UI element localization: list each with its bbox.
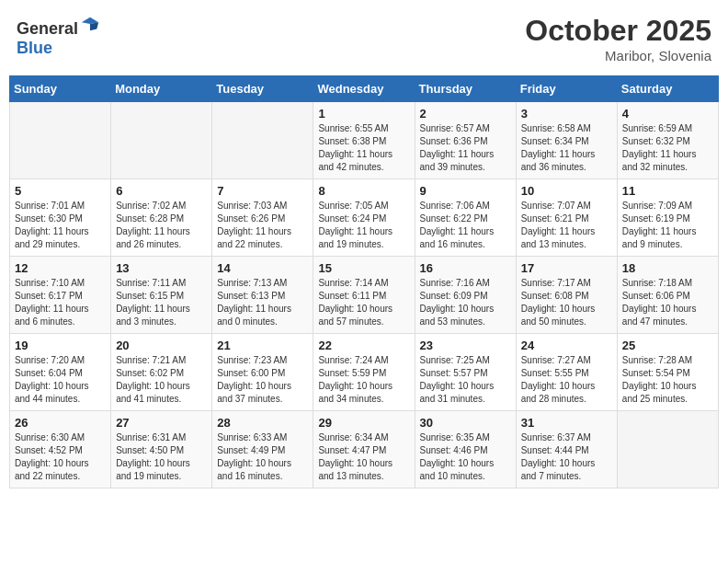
calendar-cell	[617, 411, 718, 488]
calendar-cell	[10, 102, 111, 179]
day-number: 22	[318, 339, 409, 352]
logo-bird-icon	[80, 14, 100, 34]
day-info: Sunrise: 7:14 AM Sunset: 6:11 PM Dayligh…	[318, 277, 409, 328]
day-number: 5	[15, 184, 106, 198]
calendar-cell: 10Sunrise: 7:07 AM Sunset: 6:21 PM Dayli…	[516, 179, 617, 257]
calendar-cell: 9Sunrise: 7:06 AM Sunset: 6:22 PM Daylig…	[415, 179, 516, 257]
day-info: Sunrise: 7:02 AM Sunset: 6:28 PM Dayligh…	[116, 200, 207, 251]
weekday-header-thursday: Thursday	[415, 76, 516, 102]
week-row-2: 5Sunrise: 7:01 AM Sunset: 6:30 PM Daylig…	[10, 179, 719, 257]
calendar-cell: 13Sunrise: 7:11 AM Sunset: 6:15 PM Dayli…	[111, 257, 212, 334]
day-number: 16	[420, 261, 511, 275]
calendar-table: SundayMondayTuesdayWednesdayThursdayFrid…	[9, 75, 719, 488]
weekday-header-friday: Friday	[516, 76, 617, 102]
day-info: Sunrise: 6:59 AM Sunset: 6:32 PM Dayligh…	[622, 122, 713, 174]
calendar-cell: 7Sunrise: 7:03 AM Sunset: 6:26 PM Daylig…	[212, 179, 313, 257]
day-info: Sunrise: 7:06 AM Sunset: 6:22 PM Dayligh…	[420, 200, 511, 251]
day-number: 12	[15, 261, 106, 275]
day-number: 29	[318, 416, 409, 430]
calendar-cell: 5Sunrise: 7:01 AM Sunset: 6:30 PM Daylig…	[10, 179, 111, 257]
day-number: 4	[622, 107, 713, 121]
day-number: 11	[622, 184, 713, 198]
title-block: October 2025 Maribor, Slovenia	[525, 14, 711, 63]
calendar-cell: 20Sunrise: 7:21 AM Sunset: 6:02 PM Dayli…	[111, 334, 212, 411]
calendar-cell: 24Sunrise: 7:27 AM Sunset: 5:55 PM Dayli…	[516, 334, 617, 411]
calendar-cell: 14Sunrise: 7:13 AM Sunset: 6:13 PM Dayli…	[212, 257, 313, 334]
weekday-header-monday: Monday	[111, 76, 212, 102]
day-number: 9	[420, 184, 511, 198]
day-info: Sunrise: 7:10 AM Sunset: 6:17 PM Dayligh…	[15, 277, 106, 328]
day-number: 20	[116, 339, 207, 352]
day-info: Sunrise: 7:24 AM Sunset: 5:59 PM Dayligh…	[318, 354, 409, 406]
day-info: Sunrise: 7:16 AM Sunset: 6:09 PM Dayligh…	[420, 277, 511, 328]
month-title: October 2025	[525, 14, 711, 48]
day-number: 1	[318, 107, 409, 121]
calendar-cell: 21Sunrise: 7:23 AM Sunset: 6:00 PM Dayli…	[212, 334, 313, 411]
page-header: General Blue October 2025 Maribor, Slove…	[9, 9, 719, 68]
day-number: 6	[116, 184, 207, 198]
day-number: 19	[15, 339, 106, 352]
calendar-cell: 2Sunrise: 6:57 AM Sunset: 6:36 PM Daylig…	[415, 102, 516, 179]
day-info: Sunrise: 7:01 AM Sunset: 6:30 PM Dayligh…	[15, 200, 106, 251]
weekday-header-wednesday: Wednesday	[313, 76, 415, 102]
calendar-cell	[212, 102, 313, 179]
day-number: 18	[622, 261, 713, 275]
calendar-cell: 11Sunrise: 7:09 AM Sunset: 6:19 PM Dayli…	[617, 179, 718, 257]
logo-general: General	[17, 19, 78, 38]
day-info: Sunrise: 6:31 AM Sunset: 4:50 PM Dayligh…	[116, 431, 207, 483]
day-number: 14	[217, 261, 308, 275]
calendar-cell: 6Sunrise: 7:02 AM Sunset: 6:28 PM Daylig…	[111, 179, 212, 257]
calendar-cell: 1Sunrise: 6:55 AM Sunset: 6:38 PM Daylig…	[313, 102, 415, 179]
day-info: Sunrise: 7:28 AM Sunset: 5:54 PM Dayligh…	[622, 354, 713, 406]
day-number: 15	[318, 261, 409, 275]
day-number: 24	[521, 339, 612, 352]
day-info: Sunrise: 6:33 AM Sunset: 4:49 PM Dayligh…	[217, 431, 308, 483]
day-info: Sunrise: 7:13 AM Sunset: 6:13 PM Dayligh…	[217, 277, 308, 328]
day-number: 2	[420, 107, 511, 121]
day-info: Sunrise: 6:57 AM Sunset: 6:36 PM Dayligh…	[420, 122, 511, 174]
day-info: Sunrise: 7:20 AM Sunset: 6:04 PM Dayligh…	[15, 354, 106, 406]
day-number: 31	[521, 416, 612, 430]
day-number: 3	[521, 107, 612, 121]
calendar-cell: 12Sunrise: 7:10 AM Sunset: 6:17 PM Dayli…	[10, 257, 111, 334]
day-info: Sunrise: 7:23 AM Sunset: 6:00 PM Dayligh…	[217, 354, 308, 406]
day-info: Sunrise: 7:05 AM Sunset: 6:24 PM Dayligh…	[318, 200, 409, 251]
day-number: 25	[622, 339, 713, 352]
day-number: 8	[318, 184, 409, 198]
logo: General Blue	[17, 14, 100, 58]
day-number: 7	[217, 184, 308, 198]
weekday-header-saturday: Saturday	[617, 76, 718, 102]
calendar-cell: 16Sunrise: 7:16 AM Sunset: 6:09 PM Dayli…	[415, 257, 516, 334]
day-info: Sunrise: 7:09 AM Sunset: 6:19 PM Dayligh…	[622, 200, 713, 251]
calendar-cell: 15Sunrise: 7:14 AM Sunset: 6:11 PM Dayli…	[313, 257, 415, 334]
week-row-4: 19Sunrise: 7:20 AM Sunset: 6:04 PM Dayli…	[10, 334, 719, 411]
calendar-cell: 19Sunrise: 7:20 AM Sunset: 6:04 PM Dayli…	[10, 334, 111, 411]
calendar-cell: 25Sunrise: 7:28 AM Sunset: 5:54 PM Dayli…	[617, 334, 718, 411]
day-info: Sunrise: 7:07 AM Sunset: 6:21 PM Dayligh…	[521, 200, 612, 251]
day-number: 26	[15, 416, 106, 430]
day-info: Sunrise: 7:18 AM Sunset: 6:06 PM Dayligh…	[622, 277, 713, 328]
day-number: 10	[521, 184, 612, 198]
day-info: Sunrise: 6:30 AM Sunset: 4:52 PM Dayligh…	[15, 431, 106, 483]
calendar-cell: 23Sunrise: 7:25 AM Sunset: 5:57 PM Dayli…	[415, 334, 516, 411]
day-info: Sunrise: 6:34 AM Sunset: 4:47 PM Dayligh…	[318, 431, 409, 483]
day-number: 23	[420, 339, 511, 352]
calendar-cell: 29Sunrise: 6:34 AM Sunset: 4:47 PM Dayli…	[313, 411, 415, 488]
day-info: Sunrise: 6:35 AM Sunset: 4:46 PM Dayligh…	[420, 431, 511, 483]
week-row-1: 1Sunrise: 6:55 AM Sunset: 6:38 PM Daylig…	[10, 102, 719, 179]
calendar-cell: 4Sunrise: 6:59 AM Sunset: 6:32 PM Daylig…	[617, 102, 718, 179]
weekday-header-sunday: Sunday	[10, 76, 111, 102]
day-number: 27	[116, 416, 207, 430]
day-info: Sunrise: 6:58 AM Sunset: 6:34 PM Dayligh…	[521, 122, 612, 174]
day-number: 30	[420, 416, 511, 430]
location-title: Maribor, Slovenia	[525, 48, 711, 63]
calendar-cell: 18Sunrise: 7:18 AM Sunset: 6:06 PM Dayli…	[617, 257, 718, 334]
day-info: Sunrise: 6:37 AM Sunset: 4:44 PM Dayligh…	[521, 431, 612, 483]
day-info: Sunrise: 6:55 AM Sunset: 6:38 PM Dayligh…	[318, 122, 409, 174]
weekday-header-row: SundayMondayTuesdayWednesdayThursdayFrid…	[10, 76, 719, 102]
day-info: Sunrise: 7:27 AM Sunset: 5:55 PM Dayligh…	[521, 354, 612, 406]
logo-blue: Blue	[17, 39, 52, 57]
day-number: 13	[116, 261, 207, 275]
weekday-header-tuesday: Tuesday	[212, 76, 313, 102]
calendar-cell: 8Sunrise: 7:05 AM Sunset: 6:24 PM Daylig…	[313, 179, 415, 257]
